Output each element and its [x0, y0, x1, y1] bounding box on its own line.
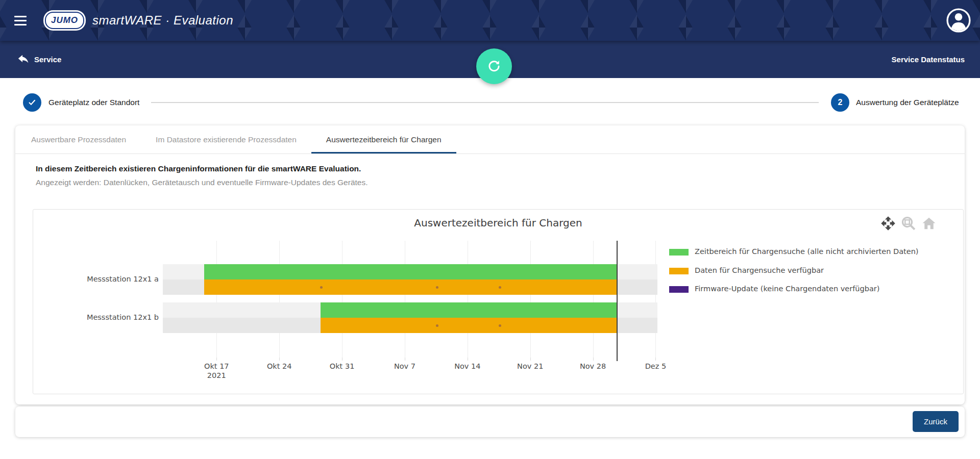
- jumo-logo: JUMO: [45, 12, 84, 29]
- x-tick: [405, 358, 405, 361]
- app-title: smartWARE · Evaluation: [92, 13, 233, 28]
- menu-icon[interactable]: [14, 16, 27, 26]
- back-arrow-icon: [17, 53, 30, 66]
- gantt-bar-orange: [321, 318, 617, 333]
- refresh-button[interactable]: [476, 48, 512, 84]
- x-tick-label: Okt 31: [311, 362, 373, 370]
- x-gridline: [405, 241, 405, 358]
- step-1-label: Geräteplatz oder Standort: [48, 93, 139, 112]
- intro-text-gray: Angezeigt werden: Datenlücken, Gerätetau…: [36, 178, 368, 187]
- x-tick: [468, 358, 468, 361]
- step-2-label: Auswertung der Geräteplätze: [856, 93, 959, 112]
- refresh-icon: [486, 59, 502, 74]
- legend-swatch[interactable]: [669, 286, 689, 293]
- x-gridline: [655, 241, 656, 358]
- tab-auswertezeitbereich[interactable]: Auswertezeitbereich für Chargen: [311, 125, 456, 154]
- tab-auswertbare-prozessdaten[interactable]: Auswertbare Prozessdaten: [16, 125, 141, 154]
- check-icon: [27, 97, 37, 108]
- chart-card: Auswertezeitbereich für Chargen: [33, 209, 964, 394]
- legend-label[interactable]: Daten für Chargensuche verfügbar: [695, 266, 824, 274]
- x-axis-year-label: 2021: [186, 371, 247, 379]
- gantt-bar-orange: [204, 279, 617, 295]
- legend-swatch[interactable]: [669, 268, 689, 274]
- stepper-connector-line: [151, 102, 819, 103]
- x-tick-label: Dez 5: [625, 362, 686, 370]
- legend-label[interactable]: Firmware-Update (keine Chargendaten verf…: [695, 285, 879, 293]
- x-tick: [593, 358, 594, 361]
- x-gridline: [468, 241, 468, 358]
- tab-bar: Auswertbare Prozessdaten Im Datastore ex…: [15, 125, 965, 154]
- legend-swatch[interactable]: [669, 249, 689, 256]
- firmware-update-mark: [499, 286, 501, 289]
- x-tick-label: Nov 21: [500, 362, 561, 370]
- back-label: Service: [34, 55, 61, 64]
- step-1-circle[interactable]: [23, 93, 41, 112]
- footer-card: Zurück: [15, 406, 965, 437]
- intro-text-bold: In diesem Zeitbereich existieren Chargen…: [36, 164, 361, 173]
- row-label: Messstation 12x1 a: [33, 275, 159, 283]
- x-tick: [655, 358, 656, 361]
- tab-datastore-prozessdaten[interactable]: Im Datastore existierende Prozessdaten: [141, 125, 311, 154]
- x-gridline: [279, 241, 280, 358]
- app-header: JUMO smartWARE · Evaluation: [0, 0, 980, 41]
- user-avatar-icon[interactable]: [946, 8, 971, 33]
- step-2-number: 2: [838, 98, 843, 107]
- x-tick: [530, 358, 531, 361]
- main-card: Auswertbare Prozessdaten Im Datastore ex…: [15, 125, 965, 404]
- x-tick-label: Okt 17: [186, 362, 247, 370]
- legend-label[interactable]: Zeitbereich für Chargensuche (alle nicht…: [695, 247, 919, 256]
- firmware-update-mark: [436, 324, 438, 327]
- now-marker-line: [617, 241, 618, 361]
- gantt-plot-area: Okt 17Okt 24Okt 31Nov 7Nov 14Nov 21Nov 2…: [33, 210, 963, 394]
- x-tick: [342, 358, 342, 361]
- x-tick-label: Okt 24: [249, 362, 310, 370]
- gantt-bar-green: [204, 264, 617, 279]
- x-tick-label: Nov 14: [437, 362, 498, 370]
- jumo-logo-text: JUMO: [51, 15, 78, 26]
- back-navigation[interactable]: Service: [17, 41, 61, 78]
- x-gridline: [593, 241, 594, 358]
- subheader-right-label: Service Datenstatus: [892, 41, 965, 78]
- x-tick-label: Nov 7: [374, 362, 435, 370]
- x-gridline: [342, 241, 342, 358]
- x-gridline: [530, 241, 531, 358]
- row-label: Messstation 12x1 b: [33, 313, 159, 321]
- firmware-update-mark: [436, 286, 438, 289]
- x-gridline: [216, 241, 217, 358]
- x-tick: [216, 358, 217, 361]
- x-tick: [279, 358, 280, 361]
- x-tick-label: Nov 28: [562, 362, 624, 370]
- gantt-bar-green: [321, 302, 617, 318]
- step-2-circle[interactable]: 2: [831, 93, 849, 112]
- firmware-update-mark: [499, 324, 501, 327]
- zurueck-button[interactable]: Zurück: [913, 411, 959, 432]
